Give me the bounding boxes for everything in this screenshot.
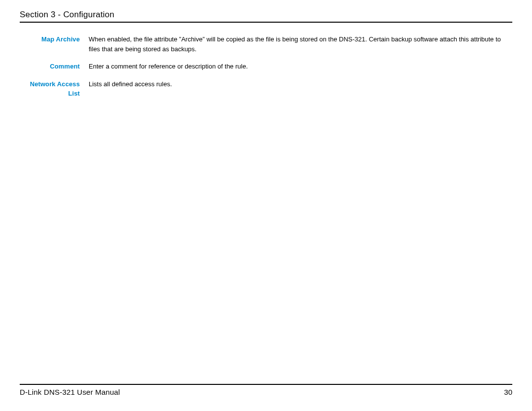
page-footer: D-Link DNS-321 User Manual 30 [20, 384, 512, 396]
definition-row: Network Access List Lists all defined ac… [20, 79, 512, 99]
footer-row: D-Link DNS-321 User Manual 30 [20, 388, 512, 396]
section-title: Section 3 - Configuration [20, 10, 512, 20]
definition-description: Enter a comment for reference or descrip… [89, 62, 512, 71]
header-divider [20, 22, 512, 23]
page-header: Section 3 - Configuration [20, 10, 512, 23]
definition-label-comment: Comment [20, 62, 89, 71]
page-number: 30 [504, 388, 512, 396]
definition-description: When enabled, the file attribute ”Archiv… [89, 34, 512, 54]
definition-row: Map Archive When enabled, the file attri… [20, 34, 512, 54]
manual-title: D-Link DNS-321 User Manual [20, 388, 120, 396]
definition-label-map-archive: Map Archive [20, 34, 89, 44]
footer-divider [20, 384, 512, 385]
definition-label-network-access-list: Network Access List [20, 79, 89, 99]
definition-row: Comment Enter a comment for reference or… [20, 62, 512, 71]
content-area: Map Archive When enabled, the file attri… [20, 26, 512, 99]
definition-description: Lists all defined access rules. [89, 79, 512, 89]
